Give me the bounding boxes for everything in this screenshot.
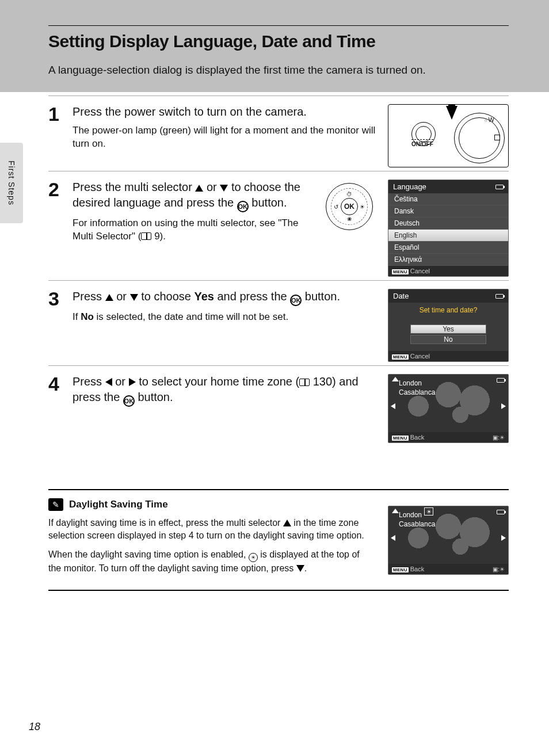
page-title: Setting Display Language, Date and Time bbox=[48, 32, 509, 51]
language-screen: Language Čeština Dansk Deutsch English E… bbox=[388, 180, 509, 277]
dial-ok-label: OK bbox=[341, 198, 358, 215]
lang-item: Ελληνικά bbox=[388, 254, 508, 266]
dst-sun-icon: ☀ bbox=[249, 553, 258, 562]
up-triangle-icon bbox=[195, 185, 203, 192]
w-label: W bbox=[485, 116, 494, 123]
back-label: Back bbox=[410, 434, 424, 441]
right-arrow-icon bbox=[501, 403, 506, 409]
step-2-number: 2 bbox=[48, 180, 62, 277]
lang-item: Español bbox=[388, 242, 508, 254]
book-icon bbox=[141, 232, 151, 240]
timezone-screen-dst: ☀ London Casablanca MENUBack ▣:☀ bbox=[388, 506, 509, 575]
language-screen-title: Language bbox=[393, 182, 426, 191]
side-tab-label: First Steps bbox=[7, 161, 16, 205]
step-3-head: Press or to choose Yes and press the OK … bbox=[73, 289, 378, 306]
ok-icon: OK bbox=[123, 395, 135, 407]
left-arrow-icon bbox=[391, 403, 395, 409]
note-icon bbox=[48, 498, 63, 511]
tz-city-2: Casablanca bbox=[399, 388, 435, 398]
cancel-label: Cancel bbox=[410, 268, 430, 274]
onoff-label: ON/OFF bbox=[411, 139, 433, 147]
tz-city-1: London bbox=[399, 511, 435, 520]
step-1-sub: The power-on lamp (green) will light for… bbox=[73, 124, 378, 151]
step-2: 2 Press the multi selector or to choose … bbox=[48, 171, 509, 277]
tz-city-2: Casablanca bbox=[399, 520, 435, 529]
lang-item: Dansk bbox=[388, 205, 508, 217]
menu-tag: MENU bbox=[392, 269, 409, 274]
battery-icon bbox=[497, 510, 505, 514]
battery-icon bbox=[495, 185, 504, 189]
page-intro: A language-selection dialog is displayed… bbox=[48, 64, 509, 77]
cancel-label: Cancel bbox=[410, 353, 430, 360]
lang-item: Deutsch bbox=[388, 217, 508, 230]
right-arrow-icon bbox=[501, 535, 506, 541]
step-4-number: 4 bbox=[48, 374, 62, 443]
right-triangle-icon bbox=[129, 378, 136, 386]
tz-city-1: London bbox=[399, 379, 435, 388]
date-screen-title: Date bbox=[393, 292, 409, 300]
header-band: Setting Display Language, Date and Time … bbox=[0, 0, 549, 92]
up-triangle-icon bbox=[105, 294, 113, 301]
step-3-number: 3 bbox=[48, 289, 62, 362]
step-4-head: Press or to select your home time zone (… bbox=[73, 374, 378, 407]
menu-tag: MENU bbox=[392, 436, 409, 441]
left-triangle-icon bbox=[105, 378, 112, 386]
step-2-head: Press the multi selector or to choose th… bbox=[73, 180, 315, 212]
tele-icon bbox=[494, 135, 500, 140]
date-no-option: No bbox=[410, 335, 486, 344]
tip-para-1: If daylight saving time is in effect, pr… bbox=[48, 517, 374, 543]
language-list: Čeština Dansk Deutsch English Español Ελ… bbox=[388, 193, 508, 266]
down-triangle-icon bbox=[296, 565, 304, 572]
step-4: 4 Press or to select your home time zone… bbox=[48, 365, 509, 443]
lang-item-selected: English bbox=[388, 230, 508, 242]
multi-selector-dial: OK ⏱ ❀ ↺ ☀ bbox=[326, 183, 373, 230]
date-screen: Date Set time and date? Yes No MENUCance… bbox=[388, 289, 509, 362]
timezone-screen: London Casablanca MENUBack ▣:☀ bbox=[388, 374, 509, 443]
camera-onoff-illustration: ON/OFF W bbox=[388, 104, 509, 167]
side-tab: First Steps bbox=[0, 143, 23, 223]
down-triangle-icon bbox=[130, 294, 138, 301]
battery-icon bbox=[495, 294, 504, 299]
tip-para-2: When the daylight saving time option is … bbox=[48, 548, 374, 575]
left-arrow-icon bbox=[391, 535, 395, 541]
step-1-number: 1 bbox=[48, 104, 62, 167]
book-icon bbox=[299, 379, 310, 386]
battery-icon bbox=[497, 378, 505, 383]
step-1: 1 Press the power switch to turn on the … bbox=[48, 96, 509, 167]
menu-tag: MENU bbox=[392, 354, 409, 360]
step-2-sub: For information on using the multi selec… bbox=[73, 217, 315, 243]
date-yes-option: Yes bbox=[410, 324, 486, 334]
tip-title: Daylight Saving Time bbox=[69, 499, 168, 510]
date-prompt: Set time and date? bbox=[393, 306, 504, 314]
step-1-head: Press the power switch to turn on the ca… bbox=[73, 104, 378, 120]
back-label: Back bbox=[410, 566, 424, 572]
ok-icon: OK bbox=[290, 295, 302, 306]
up-triangle-icon bbox=[283, 520, 291, 526]
down-arrow-icon bbox=[446, 106, 458, 120]
menu-tag: MENU bbox=[392, 567, 409, 572]
down-triangle-icon bbox=[220, 185, 228, 192]
daylight-saving-tip: Daylight Saving Time If daylight saving … bbox=[48, 489, 509, 591]
step-3: 3 Press or to choose Yes and press the O… bbox=[48, 280, 509, 362]
lang-item: Čeština bbox=[388, 193, 508, 205]
step-3-sub: If No is selected, the date and time wil… bbox=[73, 311, 378, 324]
ok-icon: OK bbox=[237, 201, 249, 212]
page-number: 18 bbox=[29, 721, 40, 733]
